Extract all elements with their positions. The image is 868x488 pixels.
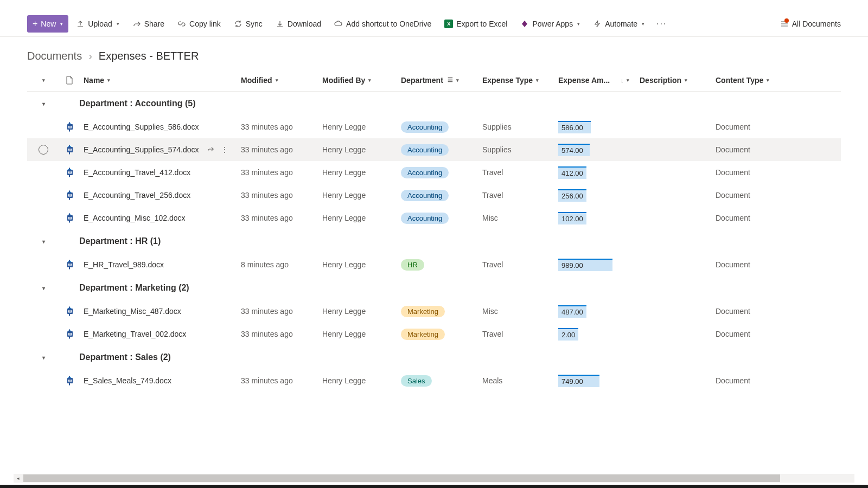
download-button[interactable]: Download [270, 15, 327, 33]
row-select-radio[interactable] [39, 145, 48, 155]
col-description[interactable]: Description▾ [635, 76, 711, 85]
contenttype-cell: Document [711, 376, 776, 385]
amount-bar: 412.00 [558, 166, 586, 179]
table-row[interactable]: ✦ E_Accounting_Supplies_574.docx ⋮ 33 mi… [27, 138, 841, 161]
contenttype-cell: Document [711, 123, 776, 131]
filter-icon: ☰ [448, 76, 453, 84]
modified-cell: 33 minutes ago [237, 214, 318, 222]
modified-cell: 33 minutes ago [237, 123, 318, 131]
copylink-button[interactable]: Copy link [172, 15, 226, 33]
chevron-down-icon: ▾ [767, 78, 769, 83]
modifiedby-cell[interactable]: Henry Legge [318, 145, 397, 154]
file-name[interactable]: E_Marketing_Travel_002.docx [84, 330, 186, 338]
breadcrumb-root[interactable]: Documents [27, 50, 82, 62]
modifiedby-cell[interactable]: Henry Legge [318, 376, 397, 385]
modified-cell: 33 minutes ago [237, 191, 318, 200]
more-vertical-icon[interactable]: ⋮ [221, 145, 228, 155]
col-filetype[interactable] [60, 76, 79, 85]
export-excel-button[interactable]: X Export to Excel [439, 15, 513, 33]
file-name[interactable]: E_Marketing_Misc_487.docx [84, 307, 181, 316]
col-department[interactable]: Department☰▾ [397, 76, 478, 85]
share-icon[interactable] [207, 145, 214, 155]
modifiedby-cell[interactable]: Henry Legge [318, 168, 397, 177]
more-button[interactable]: ··· [652, 19, 671, 29]
expensetype-cell: Supplies [478, 123, 554, 131]
chevron-down-icon: ▾ [642, 21, 644, 27]
modifiedby-cell[interactable]: Henry Legge [318, 214, 397, 222]
document-grid: ▾ Name▾ Modified▾ Modified By▾ Departmen… [0, 69, 868, 403]
word-doc-icon [69, 190, 70, 200]
file-name[interactable]: E_Accounting_Travel_412.docx [84, 168, 190, 177]
group-header[interactable]: ▾Department : HR (1) [27, 229, 841, 253]
expensetype-cell: Misc [478, 307, 554, 316]
modified-cell: 33 minutes ago [237, 145, 318, 154]
view-switcher[interactable]: All Documents [780, 20, 841, 28]
word-doc-icon [69, 306, 70, 316]
file-name[interactable]: E_Accounting_Supplies_574.docx [84, 145, 199, 154]
amount-bar: 574.00 [558, 144, 590, 156]
chevron-down-icon: ▾ [60, 21, 63, 27]
notification-dot-icon [784, 18, 789, 23]
modifiedby-cell[interactable]: Henry Legge [318, 307, 397, 316]
chevron-down-icon: ▾ [27, 285, 60, 291]
col-contenttype[interactable]: Content Type▾ [711, 76, 776, 85]
modified-cell: 33 minutes ago [237, 307, 318, 316]
upload-button[interactable]: Upload ▾ [71, 15, 124, 33]
table-row[interactable]: ✦ E_Marketing_Travel_002.docx ⋮ 33 minut… [27, 323, 841, 345]
chevron-down-icon: ▾ [27, 239, 60, 245]
table-row[interactable]: ✦ E_Accounting_Supplies_586.docx ⋮ 33 mi… [27, 115, 841, 138]
department-pill: Marketing [401, 329, 445, 340]
col-expensetype[interactable]: Expense Type▾ [478, 76, 554, 85]
table-row[interactable]: ✦ E_Accounting_Travel_256.docx ⋮ 33 minu… [27, 184, 841, 207]
automate-button[interactable]: Automate ▾ [588, 15, 650, 33]
table-row[interactable]: ✦ E_HR_Travel_989.docx ⋮ 8 minutes ago H… [27, 253, 841, 276]
file-name[interactable]: E_Sales_Meals_749.docx [84, 376, 171, 385]
col-select[interactable]: ▾ [27, 78, 60, 83]
col-amount[interactable]: Expense Am... ↓▾ [554, 76, 635, 85]
word-doc-icon [69, 213, 70, 223]
col-modifiedby[interactable]: Modified By▾ [318, 76, 397, 85]
modifiedby-cell[interactable]: Henry Legge [318, 123, 397, 131]
chevron-down-icon: ▾ [27, 355, 60, 361]
file-name[interactable]: E_Accounting_Travel_256.docx [84, 191, 190, 200]
amount-bar: 487.00 [558, 305, 586, 318]
file-name[interactable]: E_Accounting_Misc_102.docx [84, 214, 186, 222]
new-button[interactable]: + New ▾ [27, 15, 68, 33]
modified-cell: 8 minutes ago [237, 260, 318, 269]
share-button[interactable]: Share [127, 15, 170, 33]
table-row[interactable]: ✦ E_Marketing_Misc_487.docx ⋮ 33 minutes… [27, 300, 841, 323]
department-pill: Sales [401, 375, 432, 387]
excel-icon: X [444, 20, 453, 28]
file-name[interactable]: E_HR_Travel_989.docx [84, 260, 164, 269]
modifiedby-cell[interactable]: Henry Legge [318, 191, 397, 200]
modified-cell: 33 minutes ago [237, 376, 318, 385]
contenttype-cell: Document [711, 191, 776, 200]
grid-header: ▾ Name▾ Modified▾ Modified By▾ Departmen… [27, 69, 841, 92]
expensetype-cell: Supplies [478, 145, 554, 154]
group-header[interactable]: ▾Department : Accounting (5) [27, 92, 841, 115]
modifiedby-cell[interactable]: Henry Legge [318, 330, 397, 338]
file-name[interactable]: E_Accounting_Supplies_586.docx [84, 123, 199, 131]
group-header[interactable]: ▾Department : Marketing (2) [27, 276, 841, 300]
group-header[interactable]: ▾Department : Sales (2) [27, 345, 841, 369]
word-doc-icon [69, 376, 70, 386]
contenttype-cell: Document [711, 330, 776, 338]
modifiedby-cell[interactable]: Henry Legge [318, 260, 397, 269]
sync-button[interactable]: Sync [228, 15, 268, 33]
chevron-right-icon: › [88, 50, 92, 62]
table-row[interactable]: ✦ E_Accounting_Travel_412.docx ⋮ 33 minu… [27, 161, 841, 184]
modified-cell: 33 minutes ago [237, 168, 318, 177]
group-label: Department : Accounting (5) [79, 99, 196, 108]
department-pill: Accounting [401, 144, 449, 156]
col-modified[interactable]: Modified▾ [237, 76, 318, 85]
powerapps-button[interactable]: Power Apps ▾ [515, 15, 585, 33]
amount-bar: 102.00 [558, 212, 586, 224]
onedrive-icon [334, 20, 343, 28]
table-row[interactable]: ✦ E_Sales_Meals_749.docx ⋮ 33 minutes ag… [27, 369, 841, 392]
shortcut-button[interactable]: Add shortcut to OneDrive [329, 15, 437, 33]
breadcrumb-current: Expenses - BETTER [99, 50, 199, 62]
table-row[interactable]: ✦ E_Accounting_Misc_102.docx ⋮ 33 minute… [27, 207, 841, 229]
col-name[interactable]: Name▾ [79, 76, 237, 85]
department-pill: Marketing [401, 306, 445, 317]
chevron-down-icon: ▾ [107, 78, 110, 83]
